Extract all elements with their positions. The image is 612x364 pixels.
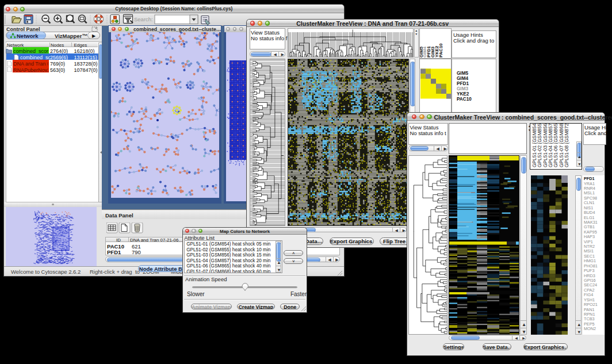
svg-text:Search:: Search: <box>134 16 153 22</box>
svg-text:PAC10: PAC10 <box>438 43 443 58</box>
svg-text:GPL51-08 (GSM872): GPL51-08 (GSM872) <box>563 124 569 167</box>
